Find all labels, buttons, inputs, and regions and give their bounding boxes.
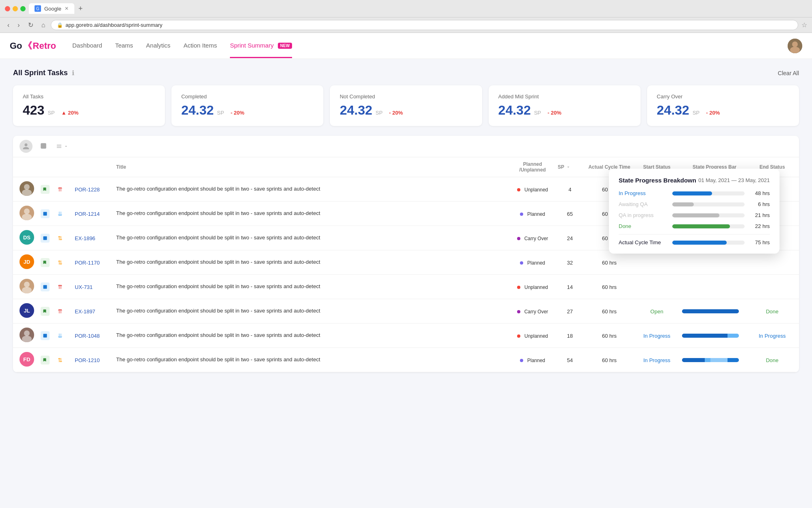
type-task-icon (41, 234, 50, 243)
bookmark-button[interactable]: ☆ (801, 21, 807, 29)
user-avatar[interactable] (788, 39, 802, 53)
card-added-mid-sprint-values: 24.32 SP - 20% (498, 103, 631, 118)
row-cycle: 60 hrs (587, 332, 632, 339)
row-sp: 27 (558, 308, 582, 315)
info-icon[interactable]: ℹ (72, 69, 74, 77)
row-cycle: 60 hrs (587, 284, 632, 290)
card-completed-unit: SP (217, 110, 224, 116)
row-id[interactable]: POR-1228 (75, 186, 111, 193)
new-tab-button[interactable]: + (76, 4, 85, 14)
row-type (41, 258, 53, 267)
row-sp: 32 (558, 259, 582, 266)
reload-button[interactable]: ↻ (26, 20, 36, 30)
priority-medium-icon: ⇅ (58, 259, 63, 266)
row-priority: ⇈ (58, 186, 70, 193)
tooltip-state-label: Awaiting QA (619, 201, 667, 207)
clear-all-button[interactable]: Clear All (778, 70, 799, 76)
card-carry-over-label: Carry Over (657, 93, 789, 100)
svg-point-18 (22, 287, 32, 293)
tooltip-cycle-bar (672, 241, 745, 245)
card-carry-over-value: 24.32 (657, 103, 689, 118)
forward-button[interactable]: › (15, 21, 22, 30)
row-priority: ⇅ (58, 235, 70, 241)
row-planned: Carry Over (512, 308, 553, 315)
svg-point-23 (24, 330, 30, 336)
card-carry-over: Carry Over 24.32 SP - 20% (647, 85, 799, 126)
table-row: ⇈ UX-731 The go-retro configuration endp… (13, 275, 799, 299)
row-priority: ⇊ (58, 211, 70, 217)
row-cycle: 60 hrs (587, 357, 632, 363)
row-sp: 4 (558, 186, 582, 193)
nav-item-sprint-summary[interactable]: Sprint Summary NEW (230, 34, 292, 58)
row-bar[interactable] (682, 334, 747, 338)
tab-close-icon[interactable]: ✕ (65, 6, 69, 11)
tooltip-state-bar (672, 224, 745, 228)
tooltip-state-row: In Progress 48 hrs (619, 190, 770, 196)
url-bar[interactable]: 🔒 app.goretro.ai/dashboard/sprint-summar… (51, 20, 798, 30)
row-planned: Planned (512, 259, 553, 266)
row-avatar: FD (19, 352, 36, 368)
state-progress-tooltip: State Progress Breakdown 01 May, 2021 — … (609, 169, 780, 254)
nav-item-action-items[interactable]: Action Items (184, 34, 217, 58)
progress-bar (682, 358, 739, 362)
progress-bar (682, 309, 739, 313)
card-all-tasks-change: ▲ 20% (61, 110, 79, 116)
card-all-tasks-label: All Tasks (23, 93, 155, 100)
card-not-completed-label: Not Completed (340, 93, 472, 100)
nav-item-teams[interactable]: Teams (115, 34, 133, 58)
row-avatar (19, 328, 36, 343)
svg-text:JD: JD (24, 259, 30, 265)
svg-rect-19 (43, 285, 47, 289)
card-all-tasks-values: 423 SP ▲ 20% (23, 103, 155, 118)
row-priority: ⇅ (58, 259, 70, 266)
row-bar[interactable] (682, 309, 747, 313)
card-completed-values: 24.32 SP - 20% (181, 103, 314, 118)
priority-low-icon: ⇊ (58, 211, 63, 217)
row-title: The go-retro configuration endpoint shou… (116, 283, 507, 290)
svg-point-2 (790, 47, 800, 53)
nav-item-analytics[interactable]: Analytics (146, 34, 171, 58)
summary-cards: All Tasks 423 SP ▲ 20% Completed 24.32 S… (13, 85, 799, 126)
card-all-tasks-unit: SP (48, 110, 54, 116)
fullscreen-button[interactable] (20, 6, 26, 11)
logo-go: Go (10, 41, 22, 51)
row-id[interactable]: POR-1214 (75, 211, 111, 217)
progress-bar (682, 334, 739, 338)
row-id[interactable]: EX-1897 (75, 308, 111, 315)
browser-tab-active[interactable]: G Google ✕ (29, 3, 74, 14)
row-title: The go-retro configuration endpoint shou… (116, 332, 507, 339)
row-id[interactable]: POR-1210 (75, 357, 111, 363)
row-avatar (19, 206, 36, 221)
minimize-button[interactable] (13, 6, 18, 11)
priority-high-icon: ⇈ (58, 284, 63, 290)
nav-item-dashboard[interactable]: Dashboard (72, 34, 102, 58)
logo: Go《Retro (10, 40, 56, 52)
priority-high-icon: ⇈ (58, 308, 63, 315)
close-button[interactable] (5, 6, 10, 11)
row-id[interactable]: POR-1170 (75, 259, 111, 266)
tooltip-header: State Progress Breakdown 01 May, 2021 — … (619, 177, 770, 184)
th-sp[interactable]: SP (558, 164, 582, 170)
row-bar[interactable] (682, 358, 747, 362)
tooltip-state-time: 6 hrs (749, 201, 770, 207)
priority-medium-icon: ⇅ (58, 235, 63, 241)
tooltip-state-row: Awaiting QA 6 hrs (619, 201, 770, 207)
card-all-tasks-value: 423 (23, 103, 44, 118)
table-row: FD ⇅ POR-1210 The go-retro configuration… (13, 348, 799, 372)
type-task-icon (41, 282, 50, 291)
back-button[interactable]: ‹ (5, 21, 12, 30)
row-type (41, 234, 53, 243)
card-added-mid-sprint-value: 24.32 (498, 103, 531, 118)
row-id[interactable]: EX-1896 (75, 235, 111, 241)
row-id[interactable]: POR-1048 (75, 332, 111, 339)
row-type (41, 307, 53, 316)
svg-text:DS: DS (23, 234, 30, 241)
tooltip-state-bar (672, 213, 745, 217)
ctrl-priority[interactable] (56, 143, 68, 150)
home-button[interactable]: ⌂ (39, 21, 48, 30)
row-id[interactable]: UX-731 (75, 284, 111, 290)
row-title: The go-retro configuration endpoint shou… (116, 185, 507, 193)
row-sp: 14 (558, 284, 582, 290)
card-completed-value: 24.32 (181, 103, 214, 118)
th-title: Title (116, 164, 507, 170)
